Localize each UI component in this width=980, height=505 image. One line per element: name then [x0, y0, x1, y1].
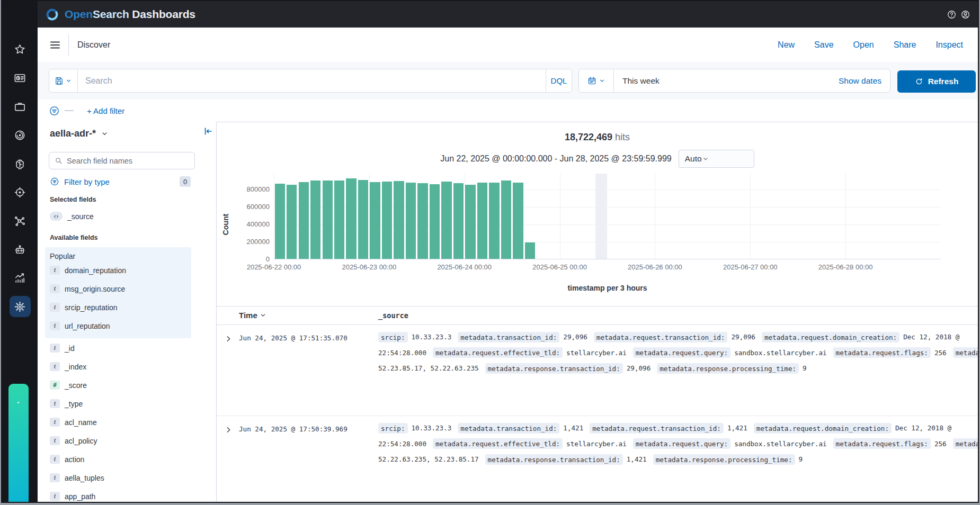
time-column-header[interactable]: Time	[239, 311, 266, 320]
histogram-bar[interactable]	[358, 180, 368, 259]
hits-line: 18,722,469 hits	[217, 132, 978, 143]
rail-dashboards-button[interactable]	[10, 67, 31, 88]
saved-query-menu-button[interactable]	[49, 69, 78, 92]
histogram-bar[interactable]	[382, 182, 392, 259]
rail-machine-learning-button[interactable]	[10, 153, 31, 174]
chart-date-line: Jun 22, 2025 @ 00:00:00.000 - Jun 28, 20…	[217, 150, 978, 168]
histogram-bar[interactable]	[394, 181, 404, 259]
histogram-bar[interactable]	[275, 184, 285, 259]
field-item-_type[interactable]: t_type	[45, 394, 191, 413]
field-search-input[interactable]	[63, 157, 194, 165]
rail-assistant-button[interactable]	[10, 239, 31, 260]
histogram-bar[interactable]	[477, 183, 487, 259]
field-name: aella_tuples	[65, 474, 104, 482]
field-item-url_reputation[interactable]: turl_reputation	[45, 317, 191, 335]
filter-by-type-button[interactable]: Filter by type 0	[50, 175, 191, 188]
field-item-action[interactable]: taction	[45, 450, 191, 468]
histogram-bar[interactable]	[453, 183, 464, 259]
index-pattern-selector[interactable]: aella-adr-*	[50, 128, 109, 139]
histogram-bar[interactable]	[430, 184, 440, 259]
source-column-header: _source	[378, 311, 408, 320]
histogram-bar[interactable]	[370, 182, 380, 259]
doc-table-rows: Jun 24, 2025 @ 17:51:35.070srcip:10.33.2…	[217, 325, 978, 502]
action-save-link[interactable]: Save	[814, 40, 833, 50]
date-quick-select-button[interactable]	[579, 69, 614, 92]
histogram-bar[interactable]	[489, 183, 499, 259]
rail-threat-hunting-button[interactable]	[10, 182, 31, 203]
v-gridline	[750, 174, 751, 259]
field-item-_score[interactable]: #_score	[45, 376, 191, 394]
search-input[interactable]	[78, 69, 546, 92]
y-tick-label: 400000	[231, 220, 270, 228]
collapse-sidebar-icon[interactable]	[203, 126, 213, 137]
help-icon[interactable]	[947, 10, 957, 20]
menu-hamburger-icon[interactable]	[49, 39, 61, 51]
action-inspect-link[interactable]: Inspect	[936, 40, 963, 50]
field-item-app_path[interactable]: tapp_path	[45, 487, 191, 503]
filter-icon[interactable]	[49, 105, 60, 116]
source-field-name: metadata.response.processing_time:	[653, 454, 795, 465]
expand-row-icon[interactable]	[224, 426, 233, 434]
show-dates-button[interactable]: Show dates	[839, 76, 881, 86]
rail-investigate-button[interactable]	[10, 124, 31, 146]
rail-cases-button[interactable]	[10, 96, 31, 117]
field-item-aella_tuples[interactable]: taella_tuples	[45, 468, 191, 487]
time-range-value[interactable]: This week	[622, 76, 660, 86]
add-filter-button[interactable]: + Add filter	[87, 106, 124, 115]
histogram-bar[interactable]	[501, 181, 511, 259]
selected-field-source[interactable]: _source	[50, 212, 94, 221]
v-gridline	[845, 174, 846, 259]
source-field-value: 1,421	[563, 424, 583, 432]
source-field-name: metadata.request.domain_creation:	[762, 332, 899, 342]
field-item-srcip_reputation[interactable]: tsrcip_reputation	[45, 298, 191, 317]
sort-desc-icon[interactable]	[260, 312, 266, 319]
doc-time-cell: Jun 24, 2025 @ 17:50:39.969	[239, 425, 348, 433]
field-name: srcip_reputation	[65, 303, 118, 312]
rail-favorites-button[interactable]	[10, 39, 31, 60]
field-item-_id[interactable]: t_id	[45, 339, 191, 357]
histogram-bar[interactable]	[465, 185, 475, 259]
field-item-acl_name[interactable]: tacl_name	[45, 413, 191, 431]
histogram-bar[interactable]	[441, 182, 451, 259]
x-tick-label: 2025-06-27 00:00	[713, 263, 787, 271]
histogram-chart[interactable]: 02000004000006000008000002025-06-22 00:0…	[274, 174, 941, 259]
source-field-name: metadata.transaction_id:	[458, 423, 559, 434]
expand-row-icon[interactable]	[224, 335, 233, 343]
refresh-button[interactable]: Refresh	[897, 70, 976, 93]
brain-icon	[14, 158, 26, 170]
histogram-bar[interactable]	[346, 178, 356, 259]
doc-table-header: Time _source	[217, 306, 978, 325]
gear-icon	[14, 301, 26, 313]
rail-correlations-button[interactable]	[10, 210, 31, 231]
doc-time-cell: Jun 24, 2025 @ 17:51:35.070	[239, 334, 348, 342]
field-item-msg_origin.source[interactable]: tmsg_origin.source	[45, 279, 191, 298]
histogram-bar[interactable]	[525, 242, 535, 259]
histogram-bar[interactable]	[310, 181, 320, 259]
histogram-bar[interactable]	[323, 181, 333, 259]
field-name: _type	[65, 400, 83, 408]
dql-language-button[interactable]: DQL	[546, 69, 572, 92]
field-item-_index[interactable]: t_index	[45, 357, 191, 376]
opensearch-logo[interactable]: OpenSearch Dashboards	[44, 7, 195, 22]
rail-reports-button[interactable]	[10, 267, 31, 288]
histogram-bar[interactable]	[417, 183, 427, 259]
text-field-icon: t	[50, 473, 60, 482]
rail-settings-button[interactable]	[10, 296, 31, 317]
histogram-bar[interactable]	[513, 183, 523, 259]
field-item-domain_reputation[interactable]: tdomain_reputation	[45, 261, 191, 279]
action-new-link[interactable]: New	[778, 40, 795, 50]
field-item-acl_policy[interactable]: tacl_policy	[45, 431, 191, 450]
crosshair-icon	[14, 186, 26, 199]
source-field-value: stellarcyber.ai	[566, 440, 627, 448]
histogram-bar[interactable]	[334, 181, 344, 259]
histogram-bar[interactable]	[299, 182, 309, 259]
source-field-name: metadata.request.flags:	[833, 438, 931, 449]
action-open-link[interactable]: Open	[853, 40, 874, 50]
action-share-link[interactable]: Share	[894, 40, 916, 50]
source-field-name: metadata.request.message_type:	[953, 438, 978, 449]
histogram-bar[interactable]	[287, 185, 297, 259]
histogram-bar[interactable]	[406, 183, 416, 259]
y-tick-label: 600000	[231, 203, 270, 211]
user-avatar-icon[interactable]	[960, 10, 970, 20]
interval-select[interactable]: Auto	[679, 150, 754, 168]
